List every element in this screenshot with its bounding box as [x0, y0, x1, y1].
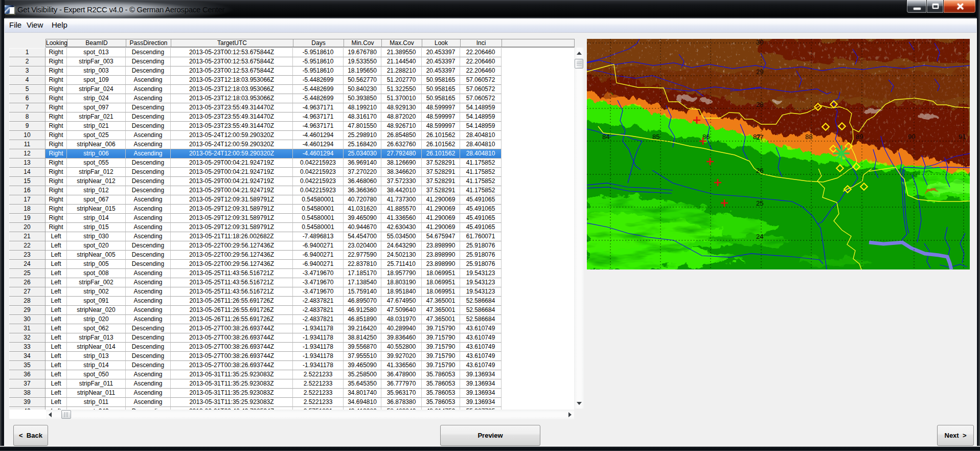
svg-text:87: 87: [753, 133, 760, 141]
svg-text:85: 85: [652, 133, 659, 141]
svg-text:91: 91: [959, 133, 966, 141]
svg-text:25: 25: [756, 199, 763, 207]
svg-text:29: 29: [756, 68, 763, 76]
svg-text:24: 24: [756, 233, 763, 240]
svg-text:88: 88: [805, 133, 812, 141]
svg-text:84: 84: [602, 133, 609, 141]
svg-text:89: 89: [856, 133, 863, 141]
svg-text:90: 90: [908, 133, 915, 141]
svg-text:28: 28: [756, 101, 763, 108]
svg-text:26: 26: [756, 167, 763, 174]
svg-text:30: 30: [756, 39, 763, 46]
